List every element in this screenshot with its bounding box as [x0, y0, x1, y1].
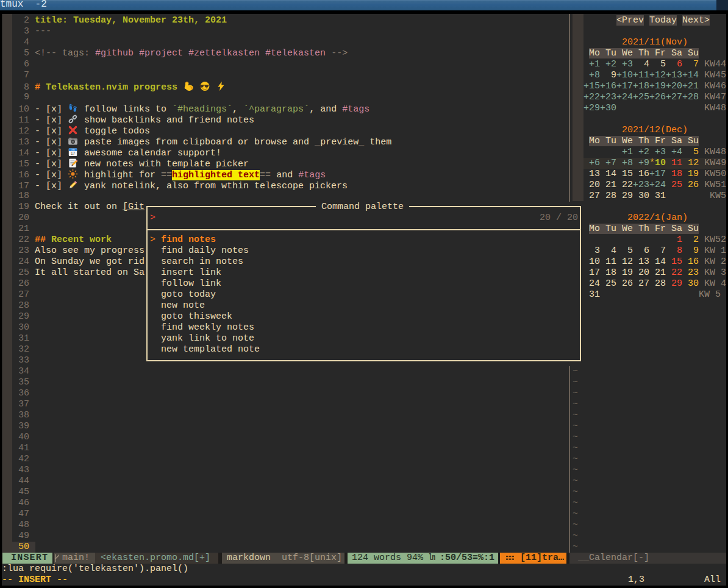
svg-text:17: 17: [71, 151, 76, 155]
